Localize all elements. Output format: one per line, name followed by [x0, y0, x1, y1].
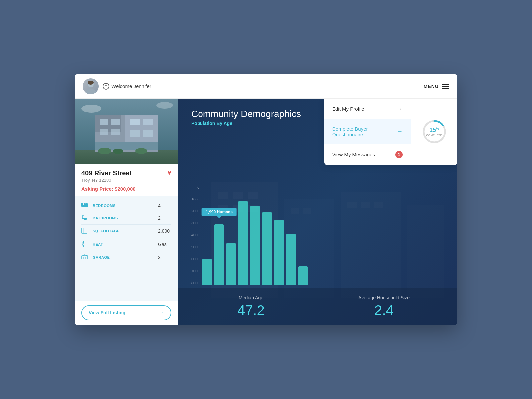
- asking-price: Asking Price: $200,000: [81, 186, 171, 192]
- svg-point-19: [113, 149, 123, 154]
- bar-group: [202, 185, 212, 285]
- stats-row: Median Age 47.2 Average Household Size 2…: [178, 288, 457, 325]
- edit-profile-arrow: →: [397, 105, 403, 112]
- svg-rect-28: [82, 228, 87, 233]
- svg-point-21: [81, 105, 101, 113]
- detail-row: BATHROOMS 2: [81, 212, 171, 225]
- clock-icon: ⊙: [103, 83, 109, 90]
- bar: [226, 243, 236, 285]
- y-label: 0: [197, 185, 199, 189]
- view-messages-item[interactable]: View My Messages 1: [324, 144, 411, 165]
- median-age-value: 47.2: [191, 302, 311, 318]
- y-label: 1000: [191, 197, 199, 201]
- bed-icon: [81, 203, 89, 208]
- divider: [153, 215, 153, 221]
- app-container: ⊙ Welcome Jennifer MENU: [75, 74, 457, 325]
- svg-point-27: [82, 215, 83, 216]
- svg-rect-29: [82, 256, 88, 259]
- garage-label: GARAGE: [93, 255, 148, 259]
- svg-point-3: [88, 81, 94, 85]
- garage-value: 2: [158, 255, 171, 260]
- divider: [153, 228, 153, 234]
- bar-group: [286, 185, 296, 285]
- header-left: ⊙ Welcome Jennifer: [83, 78, 151, 94]
- svg-rect-26: [86, 203, 88, 205]
- avg-household-value: 2.4: [324, 302, 444, 318]
- svg-rect-14: [111, 129, 120, 135]
- buyer-questionnaire-item[interactable]: Complete Buyer Questionnaire →: [324, 119, 411, 144]
- sqft-value: 2,000: [158, 228, 171, 234]
- svg-point-1: [85, 89, 96, 94]
- main-content: 409 River Street Troy, NY 12180 ♥ Asking…: [75, 99, 457, 325]
- detail-row: BEDROOMS 4: [81, 200, 171, 212]
- header-right: MENU: [424, 84, 449, 89]
- bar: [238, 201, 248, 285]
- y-label: 8000: [191, 281, 199, 285]
- left-panel: 409 River Street Troy, NY 12180 ♥ Asking…: [75, 99, 178, 325]
- y-label: 4000: [191, 233, 199, 237]
- progress-ring-container: 15% COMPLETE: [421, 118, 448, 145]
- bar: [262, 212, 272, 285]
- y-label: 3000: [191, 221, 199, 225]
- detail-row: GARAGE 2: [81, 251, 171, 264]
- y-axis: 8000 7000 6000 5000 4000 3000 2000 1000 …: [191, 185, 202, 285]
- bath-icon: [81, 215, 89, 221]
- y-label: 5000: [191, 245, 199, 249]
- progress-complete-label: COMPLETE: [426, 134, 442, 137]
- bedrooms-label: BEDROOMS: [93, 204, 148, 208]
- welcome-text: Welcome Jennifer: [111, 83, 151, 89]
- buyer-questionnaire-label: Complete Buyer Questionnaire: [332, 126, 397, 137]
- dropdown-menu: Edit My Profile → Complete Buyer Questio…: [324, 99, 457, 165]
- svg-rect-12: [143, 119, 153, 125]
- property-info: 409 River Street Troy, NY 12180 ♥ Asking…: [75, 164, 178, 196]
- property-address-row: 409 River Street Troy, NY 12180 ♥: [81, 169, 171, 183]
- bathrooms-value: 2: [158, 215, 171, 221]
- detail-row: HEAT Gas: [81, 238, 171, 251]
- svg-point-20: [135, 148, 147, 154]
- svg-rect-5: [75, 150, 178, 164]
- svg-rect-13: [100, 129, 108, 135]
- svg-rect-16: [143, 130, 153, 137]
- property-address: 409 River Street: [81, 169, 132, 177]
- hamburger-icon[interactable]: [442, 84, 449, 89]
- y-label: 6000: [191, 257, 199, 261]
- bar-group: [250, 185, 260, 285]
- bar-group: 1,999 Humans: [214, 185, 224, 285]
- edit-profile-item[interactable]: Edit My Profile →: [324, 99, 411, 119]
- bar-group: [262, 185, 272, 285]
- sqft-label: SQ. FOOTAGE: [93, 229, 148, 233]
- property-image: [75, 99, 178, 164]
- divider: [153, 203, 153, 209]
- heart-icon[interactable]: ♥: [167, 169, 171, 177]
- right-panel: Community Demographics Population By Age…: [178, 99, 457, 325]
- bedrooms-value: 4: [158, 203, 171, 208]
- bar: [250, 206, 260, 285]
- bar: 1,999 Humans: [214, 224, 224, 285]
- view-listing-label: View Full Listing: [89, 310, 125, 315]
- buyer-questionnaire-arrow: →: [397, 128, 403, 135]
- view-listing-button[interactable]: View Full Listing →: [81, 305, 171, 320]
- svg-rect-11: [130, 119, 140, 125]
- divider: [153, 254, 153, 260]
- welcome-area: ⊙ Welcome Jennifer: [103, 83, 151, 90]
- detail-row: SQ. FOOTAGE 2,000: [81, 225, 171, 238]
- median-age-stat: Median Age 47.2: [191, 295, 311, 318]
- progress-percent: 15%: [429, 127, 439, 133]
- heat-value: Gas: [158, 242, 171, 247]
- svg-point-22: [156, 102, 173, 109]
- arrow-right-icon: →: [158, 309, 164, 316]
- bar-group: [298, 185, 308, 285]
- header: ⊙ Welcome Jennifer MENU: [75, 74, 457, 99]
- dropdown-left: Edit My Profile → Complete Buyer Questio…: [324, 99, 411, 165]
- median-age-label: Median Age: [191, 295, 311, 300]
- bar: [298, 266, 308, 285]
- bar: [202, 259, 212, 285]
- messages-badge: 1: [395, 151, 403, 158]
- view-messages-label: View My Messages: [332, 152, 375, 157]
- progress-ring: 15% COMPLETE: [421, 118, 448, 145]
- avatar: [83, 78, 99, 94]
- y-label: 7000: [191, 269, 199, 273]
- y-label: 2000: [191, 209, 199, 213]
- avatar-image: [83, 78, 99, 94]
- svg-rect-10: [111, 119, 120, 125]
